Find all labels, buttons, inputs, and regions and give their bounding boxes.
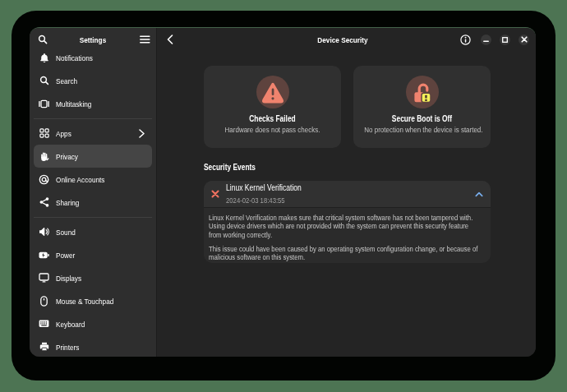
card-secure-boot: Secure Boot is Off No protection when th… [353,66,491,148]
card-subtitle: Hardware does not pass checks. [214,125,330,134]
mouse-icon [39,295,49,307]
window-controls [459,34,529,45]
sidebar-item-label: Search [56,76,77,85]
event-paragraph: Linux Kernel Verification makes sure tha… [209,214,481,239]
lock-open-warning-glyph [406,76,439,108]
chevron-up-icon[interactable] [474,189,484,199]
sound-glyph [39,227,49,237]
display-icon [39,272,49,284]
fail-cross-icon [210,190,219,199]
card-title: Secure Boot is Off [364,114,479,123]
chevron-right-icon [139,129,145,140]
event-title: Linux Kernel Verification [226,182,316,194]
keyboard-icon [39,318,49,330]
separator-line [34,217,152,218]
fail-cross-glyph [211,190,219,198]
bell-glyph [39,53,49,63]
info-icon [460,35,471,45]
sidebar-item-online-accounts[interactable]: Online Accounts [34,168,152,191]
apps-icon [39,127,49,139]
content-clamp: Checks Failed Hardware does not pass che… [204,66,491,263]
sidebar-item-mouse-touchpad[interactable]: Mouse & Touchpad [34,289,152,312]
content-pane: Device Security [157,28,536,357]
sidebar-item-label: Online Accounts [56,175,104,184]
sidebar-separator [34,214,152,220]
minimize-button[interactable] [481,35,491,45]
lock-open-warning-icon [406,76,439,108]
status-cards: Checks Failed Hardware does not pass che… [204,66,491,148]
chevron-right-glyph [139,129,145,138]
power-icon [39,249,49,261]
sidebar-list: NotificationsSearchMultitaskingAppsPriva… [30,51,156,357]
apps-glyph [39,128,49,138]
printer-icon [39,341,49,353]
event-titles: Linux Kernel Verification 2024-02-03 18:… [226,182,316,205]
page-body: Checks Failed Hardware does not pass che… [157,51,536,357]
event-paragraph: This issue could have been caused by an … [209,245,481,262]
close-icon [521,36,528,43]
sidebar-item-keyboard[interactable]: Keyboard [34,312,152,335]
separator-line [34,118,152,119]
share-glyph [39,197,49,207]
security-event-row: Linux Kernel Verification 2024-02-03 18:… [204,181,491,263]
mouse-glyph [40,296,48,307]
warning-triangle-glyph [256,76,289,108]
sidebar-item-label: Sound [56,228,76,237]
keyboard-glyph [39,320,49,328]
sound-icon [39,226,49,238]
content-headerbar: Device Security [157,28,536,51]
sidebar-item-sharing[interactable]: Sharing [34,191,152,214]
sidebar-item-label: Privacy [56,152,78,161]
page-title-text: Device Security [181,35,505,44]
event-timestamp-text: 2024-02-03 18:43:55 [226,196,285,205]
sidebar-item-power[interactable]: Power [34,243,152,266]
card-title: Checks Failed [214,114,330,123]
sidebar-title-text: Settings [39,35,145,44]
hand-glyph [39,151,49,162]
hand-icon [39,150,49,162]
display-glyph [39,273,49,283]
chevron-up-glyph [475,191,483,197]
sidebar-item-label: Mouse & Touchpad [56,297,113,306]
warning-triangle-icon [256,76,289,108]
card-checks-failed: Checks Failed Hardware does not pass che… [204,66,341,148]
sidebar: Settings NotificationsSearchMultitasking… [30,28,157,357]
event-description: Linux Kernel Verification makes sure tha… [204,208,491,261]
printer-glyph [39,342,49,352]
maximize-icon [502,37,508,43]
sidebar-item-label: Displays [56,274,81,283]
sidebar-separator [34,115,152,122]
sidebar-item-apps[interactable]: Apps [34,122,152,145]
share-icon [39,196,49,208]
sidebar-item-label: Apps [56,129,71,138]
at-icon [39,173,49,185]
sidebar-item-privacy[interactable]: Privacy [34,145,152,168]
sidebar-item-label: Power [56,251,75,260]
sidebar-item-label: Multitasking [56,99,91,108]
sidebar-item-label: Notifications [56,53,93,62]
multitasking-icon [39,98,49,109]
sidebar-headerbar: Settings [30,28,156,51]
sidebar-item-sound[interactable]: Sound [34,220,152,243]
about-button[interactable] [459,34,471,45]
hamburger-menu-icon [140,35,150,44]
security-event-header[interactable]: Linux Kernel Verification 2024-02-03 18:… [204,181,491,207]
close-button[interactable] [519,35,529,45]
search-glyph [39,76,49,85]
multitasking-glyph [39,99,49,108]
sidebar-item-label: Keyboard [56,320,85,329]
minimize-icon [483,36,489,43]
maximize-button[interactable] [500,35,510,45]
search-icon [39,75,49,86]
sidebar-item-printers[interactable]: Printers [34,335,152,357]
at-glyph [39,174,49,185]
settings-window: Settings NotificationsSearchMultitasking… [30,27,536,357]
sidebar-item-search[interactable]: Search [34,69,152,92]
sidebar-item-label: Sharing [56,198,79,207]
event-timestamp: 2024-02-03 18:43:55 [226,196,316,205]
sidebar-item-notifications[interactable]: Notifications [34,51,152,69]
sidebar-item-displays[interactable]: Displays [34,266,152,289]
card-subtitle: No protection when the device is started… [364,125,479,134]
sidebar-item-multitasking[interactable]: Multitasking [34,92,152,115]
section-heading-text: Security Events [204,163,256,172]
